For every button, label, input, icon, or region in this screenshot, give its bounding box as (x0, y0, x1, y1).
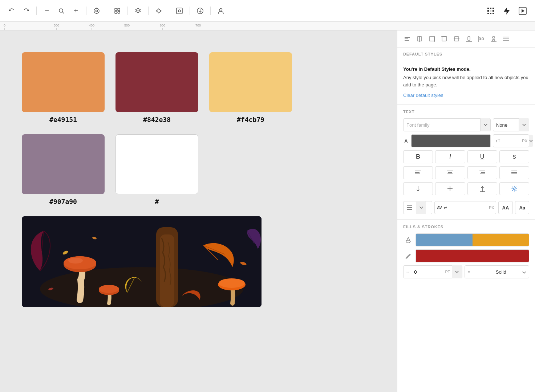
fill-colors-button[interactable] (416, 233, 529, 246)
ruler-content: 0 300 400 500 600 700 (0, 22, 397, 30)
text-valign-middle-button[interactable] (435, 182, 465, 195)
play-button[interactable] (516, 4, 529, 17)
toolbar-sep-4 (127, 7, 128, 15)
strikethrough-button[interactable]: S (499, 150, 529, 163)
char-spacing-label: AV (435, 205, 444, 210)
case-buttons: AA Aa (498, 201, 529, 214)
zoom-button[interactable] (56, 5, 67, 17)
italic-button[interactable]: I (435, 150, 465, 163)
clear-default-styles-link[interactable]: Clear default styles (403, 93, 443, 98)
distribute-v-button[interactable] (488, 33, 499, 44)
plugin-button[interactable] (112, 5, 123, 17)
svg-rect-20 (490, 8, 491, 9)
font-family-dropdown-arrow[interactable] (480, 118, 490, 131)
char-spacing-input[interactable]: AV ⇌ PX (434, 201, 496, 214)
export-button[interactable] (194, 5, 206, 17)
stroke-solid-icon: ≡ (468, 270, 494, 274)
swatch-color-907a90[interactable] (22, 134, 105, 194)
stroke-color-button[interactable] (416, 249, 529, 262)
font-color-swatch[interactable] (411, 134, 491, 147)
ruler-mark-400: 400 (89, 24, 94, 30)
text-align-justify-button[interactable] (499, 166, 529, 179)
svg-rect-59 (479, 38, 481, 40)
canvas-illustration[interactable] (22, 216, 262, 307)
font-style-dropdown-arrow[interactable] (519, 118, 529, 131)
undo-button[interactable] (6, 5, 17, 17)
distribute-h-button[interactable] (476, 33, 487, 44)
text-align-left-button[interactable] (403, 166, 433, 179)
fill-color-right[interactable] (473, 234, 529, 246)
text-align-row (403, 166, 529, 179)
panel-align-toolbar (397, 30, 535, 48)
svg-point-3 (96, 10, 98, 12)
svg-rect-23 (490, 10, 491, 12)
svg-rect-7 (118, 8, 120, 11)
char-spacing-arrows: ⇌ (444, 205, 448, 210)
text-align-center-button[interactable] (435, 166, 465, 179)
swatch-label-white: # (155, 198, 159, 205)
lightning-button[interactable] (500, 4, 513, 17)
font-style-select[interactable]: None (493, 118, 529, 131)
stroke-pencil-icon (403, 251, 413, 261)
font-family-select[interactable]: Font family (403, 118, 491, 131)
line-spacing-dropdown[interactable] (416, 201, 426, 214)
swatch-f4cb79[interactable]: #f4cb79 (209, 52, 292, 123)
swatch-label-f4cb79: #f4cb79 (237, 116, 264, 123)
swatch-907a90[interactable]: #907a90 (22, 134, 105, 205)
swatch-color-e49151[interactable] (22, 52, 105, 112)
bold-button[interactable]: B (403, 150, 433, 163)
svg-rect-24 (493, 10, 494, 12)
align-bottom-button[interactable] (463, 33, 474, 44)
stroke-type-dropdown-arrow[interactable] (522, 269, 526, 275)
stroke-type-select[interactable]: ≡ Solid (465, 265, 530, 278)
components-button[interactable] (153, 5, 165, 17)
font-size-input[interactable]: ↕T PX (493, 134, 529, 147)
settings-export-button[interactable] (174, 5, 185, 17)
svg-marker-11 (135, 8, 141, 11)
swatch-label-e49151: #e49151 (49, 116, 77, 123)
zoom-plus-button[interactable]: + (70, 5, 82, 17)
align-right-button[interactable] (426, 33, 437, 44)
swatch-color-white[interactable] (115, 134, 198, 194)
align-left-button[interactable] (402, 33, 413, 44)
align-top-button[interactable] (439, 33, 450, 44)
swatch-842e38[interactable]: #842e38 (115, 52, 198, 123)
grid-view-button[interactable] (484, 4, 497, 17)
stroke-width-unit-dropdown[interactable] (452, 265, 462, 278)
swatch-white[interactable]: # (115, 134, 198, 205)
font-size-dropdown[interactable] (529, 135, 533, 147)
svg-point-37 (68, 258, 83, 264)
swatch-color-f4cb79[interactable] (209, 52, 292, 112)
text-valign-top-button[interactable] (403, 182, 433, 195)
ruler-mark-700: 700 (195, 24, 201, 30)
svg-point-41 (219, 278, 245, 288)
fill-color-left[interactable] (416, 234, 473, 246)
char-spacing-field[interactable] (448, 205, 487, 211)
align-center-h-button[interactable] (414, 33, 425, 44)
font-size-field[interactable] (502, 138, 520, 144)
more-align-button[interactable] (500, 33, 511, 44)
swatch-color-842e38[interactable] (115, 52, 198, 112)
text-settings-button[interactable] (499, 182, 529, 195)
capitalize-button[interactable]: Aa (515, 201, 529, 214)
stroke-width-input[interactable]: ··· PT (403, 265, 462, 278)
zoom-minus-button[interactable]: − (41, 5, 53, 17)
font-size-unit: PX (520, 139, 529, 143)
layers-button[interactable] (132, 5, 144, 17)
line-spacing-select[interactable] (403, 201, 432, 214)
char-spacing-unit: PX (487, 205, 496, 210)
svg-rect-60 (482, 38, 483, 40)
svg-point-39 (99, 285, 119, 293)
stroke-width-field[interactable] (411, 269, 443, 275)
swatch-e49151[interactable]: #e49151 (22, 52, 105, 123)
ruler-mark-0: 0 (4, 24, 5, 30)
canvas-area[interactable]: #e49151 #842e38 #f4cb79 #907a90 (0, 30, 397, 392)
align-middle-button[interactable] (451, 33, 462, 44)
user-button[interactable] (215, 5, 227, 17)
view-button[interactable] (91, 5, 102, 17)
uppercase-button[interactable]: AA (498, 201, 513, 214)
text-align-right-button[interactable] (467, 166, 497, 179)
text-valign-bottom-button[interactable] (467, 182, 497, 195)
underline-button[interactable]: U (467, 150, 497, 163)
redo-button[interactable] (20, 5, 32, 17)
